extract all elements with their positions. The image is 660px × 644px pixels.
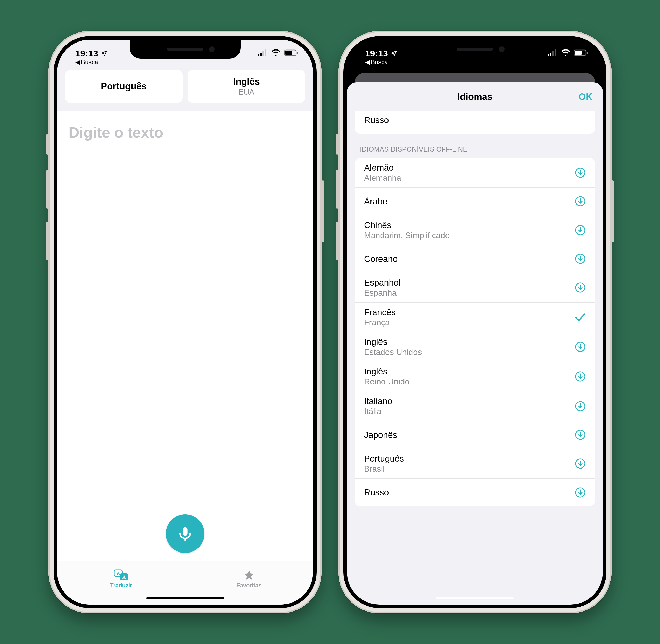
- svg-rect-12: [550, 52, 551, 56]
- language-row[interactable]: InglêsReino Unido: [355, 362, 595, 391]
- svg-rect-1: [260, 52, 262, 56]
- download-button[interactable]: [575, 401, 586, 412]
- language-name: Coreano: [364, 254, 398, 264]
- language-subtitle: Mandarim, Simplificado: [364, 231, 450, 240]
- language-name: Inglês: [364, 366, 410, 376]
- language-name: Russo: [364, 487, 389, 497]
- language-subtitle: Estados Unidos: [364, 347, 422, 357]
- download-button[interactable]: [575, 196, 586, 207]
- chevron-left-icon: ◀: [365, 59, 370, 66]
- source-language-label: Português: [101, 81, 147, 92]
- sheet-navbar: Idiomas OK: [347, 83, 603, 111]
- language-name: Espanhol: [364, 278, 401, 288]
- language-name: Árabe: [364, 197, 388, 206]
- language-name: Chinês: [364, 220, 450, 230]
- language-subtitle: Alemanha: [364, 173, 401, 183]
- language-row[interactable]: FrancêsFrança: [355, 302, 595, 332]
- tab-favorites-label: Favoritas: [236, 582, 262, 589]
- status-clock: 19:13: [365, 48, 388, 59]
- language-subtitle: Espanha: [364, 288, 401, 298]
- language-row[interactable]: Japonês: [355, 421, 595, 449]
- svg-rect-0: [258, 54, 259, 56]
- device-left: 19:13 ◀ Busca: [48, 31, 322, 613]
- language-row[interactable]: PortuguêsBrasil: [355, 449, 595, 479]
- wifi-icon: [271, 49, 281, 56]
- battery-icon: [574, 49, 588, 56]
- sheet-title: Idiomas: [457, 91, 492, 102]
- svg-rect-14: [554, 49, 556, 56]
- language-subtitle: Brasil: [364, 464, 404, 474]
- tab-favorites[interactable]: Favoritas: [185, 561, 313, 597]
- svg-text:A: A: [117, 571, 120, 575]
- download-button[interactable]: [575, 429, 586, 440]
- svg-rect-6: [297, 52, 298, 54]
- tab-translate-label: Traduzir: [110, 582, 132, 589]
- tab-translate[interactable]: A文 Traduzir: [57, 561, 185, 597]
- home-indicator[interactable]: [147, 597, 224, 599]
- section-header-offline: IDIOMAS DISPONÍVEIS OFF-LINE: [347, 134, 603, 158]
- language-row[interactable]: AlemãoAlemanha: [355, 158, 595, 188]
- svg-rect-13: [552, 51, 554, 56]
- language-name: Russo: [364, 115, 389, 125]
- language-row[interactable]: ItalianoItália: [355, 391, 595, 421]
- download-button[interactable]: [575, 225, 586, 235]
- language-subtitle: Itália: [364, 407, 392, 416]
- breadcrumb-back[interactable]: ◀ Busca: [75, 59, 108, 66]
- download-button[interactable]: [575, 487, 586, 498]
- battery-icon: [284, 49, 299, 56]
- svg-rect-3: [265, 49, 266, 56]
- language-row[interactable]: InglêsEstados Unidos: [355, 332, 595, 362]
- chevron-left-icon: ◀: [75, 59, 80, 66]
- target-language-label: Inglês: [233, 76, 260, 87]
- breadcrumb-back[interactable]: ◀ Busca: [365, 59, 397, 66]
- language-subtitle: Reino Unido: [364, 377, 410, 387]
- download-button[interactable]: [575, 167, 586, 178]
- translate-text-input[interactable]: Digite o texto: [57, 111, 313, 514]
- home-indicator[interactable]: [436, 597, 513, 599]
- status-clock: 19:13: [75, 48, 98, 59]
- download-button[interactable]: [575, 458, 586, 469]
- language-name: Inglês: [364, 337, 422, 347]
- language-name: Alemão: [364, 163, 401, 172]
- translate-icon: A文: [114, 569, 129, 581]
- language-row[interactable]: ChinêsMandarim, Simplificado: [355, 215, 595, 245]
- cellular-icon: [548, 49, 557, 56]
- language-name: Italiano: [364, 396, 392, 406]
- download-button[interactable]: [575, 282, 586, 293]
- language-row[interactable]: Russo: [355, 479, 595, 506]
- input-placeholder: Digite o texto: [69, 124, 302, 141]
- cellular-icon: [258, 49, 268, 56]
- location-icon: [391, 50, 397, 57]
- checkmark-icon: [574, 312, 586, 323]
- source-language-button[interactable]: Português: [65, 70, 182, 103]
- language-subtitle: França: [364, 318, 396, 327]
- svg-rect-16: [575, 51, 582, 55]
- language-name: Japonês: [364, 430, 397, 440]
- download-button[interactable]: [575, 253, 586, 264]
- svg-rect-11: [548, 54, 549, 56]
- wifi-icon: [561, 49, 570, 56]
- svg-rect-17: [587, 52, 588, 54]
- target-language-button[interactable]: Inglês EUA: [188, 70, 305, 103]
- microphone-icon: [177, 525, 194, 542]
- svg-text:文: 文: [122, 575, 126, 579]
- download-button[interactable]: [575, 342, 586, 352]
- language-name: Português: [364, 454, 404, 464]
- language-row[interactable]: Russo: [355, 111, 595, 134]
- location-icon: [101, 50, 108, 57]
- device-right: 19:13 ◀ Busca: [338, 31, 612, 613]
- svg-rect-2: [262, 51, 264, 56]
- language-list: AlemãoAlemanhaÁrabeChinêsMandarim, Simpl…: [355, 158, 595, 506]
- download-button[interactable]: [575, 371, 586, 382]
- star-icon: [243, 569, 255, 581]
- target-language-sublabel: EUA: [239, 88, 255, 96]
- language-row[interactable]: Coreano: [355, 245, 595, 273]
- microphone-button[interactable]: [166, 514, 204, 553]
- language-row[interactable]: Árabe: [355, 188, 595, 215]
- language-name: Francês: [364, 307, 396, 317]
- svg-rect-5: [285, 51, 292, 55]
- ok-button[interactable]: OK: [578, 91, 592, 102]
- language-row[interactable]: EspanholEspanha: [355, 273, 595, 302]
